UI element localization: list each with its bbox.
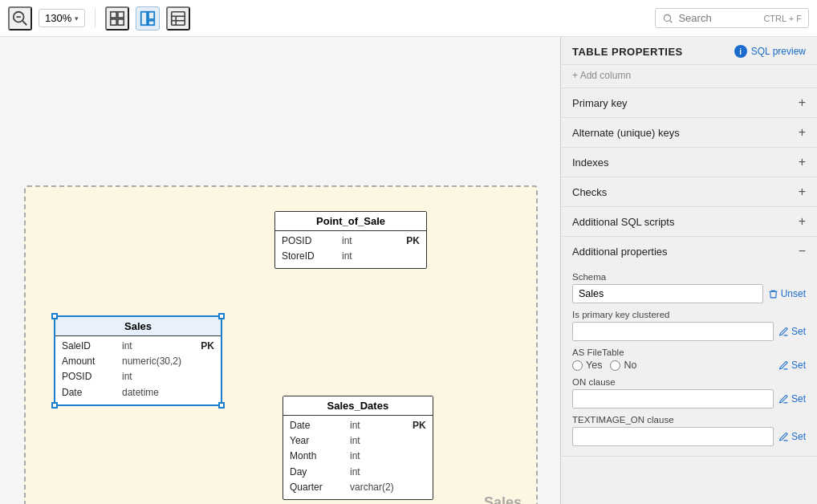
search-input[interactable] xyxy=(678,12,758,24)
textimage-row: Set xyxy=(572,427,806,446)
table-view-button[interactable] xyxy=(166,6,190,30)
handle-bl[interactable] xyxy=(51,402,58,408)
toolbar: 130% ▾ CTRL + F xyxy=(0,0,817,37)
section-title-indexes: Indexes xyxy=(572,156,609,169)
expand-icon-primary-key: + xyxy=(799,96,806,109)
table-header-point-of-sale: Point_of_Sale xyxy=(275,212,426,231)
group-label: Sales xyxy=(484,494,522,504)
search-icon xyxy=(662,13,673,24)
section-header-checks[interactable]: Checks + xyxy=(561,177,817,206)
as-filetable-label: AS FileTable xyxy=(572,348,806,357)
table-sales-dates[interactable]: Sales_Dates Date int PK Year int xyxy=(282,396,433,500)
search-shortcut: CTRL + F xyxy=(763,14,802,23)
section-title-checks: Checks xyxy=(572,186,607,198)
table-row: Date int PK xyxy=(290,418,426,433)
on-clause-set-label: Set xyxy=(791,393,806,404)
canvas[interactable]: Sales Point_of_Sale POSID int PK StoreID… xyxy=(0,37,560,504)
section-primary-key: Primary key + xyxy=(561,88,817,118)
pk-clustered-select[interactable]: Yes No xyxy=(572,322,774,341)
table-rows-point-of-sale: POSID int PK StoreID int xyxy=(275,231,426,268)
svg-rect-10 xyxy=(172,11,185,25)
yes-label: Yes xyxy=(586,360,602,371)
section-title-additional-sql: Additional SQL scripts xyxy=(572,216,674,228)
svg-rect-6 xyxy=(118,18,124,24)
connectors-svg xyxy=(26,187,266,307)
collapse-icon-additional-props: − xyxy=(799,245,806,258)
svg-rect-8 xyxy=(148,11,154,18)
svg-line-2 xyxy=(22,21,26,25)
toolbar-left: 130% ▾ xyxy=(8,6,648,30)
table-row: Quarter varchar(2) xyxy=(290,480,426,495)
section-header-primary-key[interactable]: Primary key + xyxy=(561,88,817,117)
table-sales[interactable]: Sales SaleID int PK Amount numeric(30,2) xyxy=(54,315,222,406)
set-icon-4 xyxy=(778,432,789,442)
no-radio[interactable] xyxy=(610,360,620,371)
table-rows-sales-dates: Date int PK Year int Month int xyxy=(283,416,433,499)
zoom-chevron: ▾ xyxy=(75,14,79,22)
textimage-set-label: Set xyxy=(791,431,806,442)
table-row: POSID int PK xyxy=(282,234,420,249)
set-icon-2 xyxy=(778,360,789,371)
panel-header: TABLE PROPERTIES i SQL preview xyxy=(561,37,817,65)
table-row: Date datetime xyxy=(62,385,214,400)
section-additional-sql: Additional SQL scripts + xyxy=(561,207,817,237)
svg-rect-5 xyxy=(111,18,116,24)
no-label: No xyxy=(624,360,636,371)
section-alternate-keys: Alternate (unique) keys + xyxy=(561,118,817,148)
textimage-input[interactable] xyxy=(572,427,774,446)
section-title-alternate-keys: Alternate (unique) keys xyxy=(572,127,680,139)
table-row: Year int xyxy=(290,433,426,449)
table-row: StoreID int xyxy=(282,249,420,264)
schema-row: Unset xyxy=(572,284,806,303)
on-clause-set-button[interactable]: Set xyxy=(778,393,806,404)
section-header-additional-sql[interactable]: Additional SQL scripts + xyxy=(561,207,817,236)
info-icon: i xyxy=(734,45,747,58)
as-filetable-set-label: Set xyxy=(791,360,806,371)
expand-icon-alternate-keys: + xyxy=(799,126,806,139)
handle-br[interactable] xyxy=(218,402,225,408)
unset-icon xyxy=(768,289,778,299)
textimage-set-button[interactable]: Set xyxy=(778,431,806,442)
svg-rect-7 xyxy=(141,11,147,25)
on-clause-input[interactable] xyxy=(572,389,774,408)
additional-props-body: Schema Unset Is primary key clustered Ye… xyxy=(561,266,817,456)
zoom-out-button[interactable] xyxy=(8,6,32,30)
section-title-additional-props: Additional properties xyxy=(572,246,668,258)
set-icon-3 xyxy=(778,394,789,404)
search-area[interactable]: CTRL + F xyxy=(655,8,809,28)
layout-button[interactable] xyxy=(136,6,160,30)
grid-toggle-button[interactable] xyxy=(105,6,129,30)
svg-rect-4 xyxy=(118,11,124,17)
zoom-control[interactable]: 130% ▾ xyxy=(39,9,85,27)
section-additional-props: Additional properties − Schema Unset Is … xyxy=(561,237,817,457)
pk-clustered-set-button[interactable]: Set xyxy=(778,326,806,337)
divider-1 xyxy=(95,9,96,28)
yes-radio-label[interactable]: Yes xyxy=(572,360,602,371)
table-row: POSID int xyxy=(62,369,214,384)
handle-tl[interactable] xyxy=(51,313,58,319)
schema-unset-label: Unset xyxy=(781,288,806,299)
no-radio-label[interactable]: No xyxy=(610,360,636,371)
section-header-indexes[interactable]: Indexes + xyxy=(561,148,817,177)
svg-rect-3 xyxy=(111,11,116,17)
section-header-alternate-keys[interactable]: Alternate (unique) keys + xyxy=(561,118,817,147)
handle-tr[interactable] xyxy=(218,313,225,319)
as-filetable-set-button[interactable]: Set xyxy=(778,360,806,371)
textimage-label: TEXTIMAGE_ON clause xyxy=(572,415,806,425)
pk-clustered-set-label: Set xyxy=(791,326,806,337)
on-clause-label: ON clause xyxy=(572,377,806,387)
schema-unset-button[interactable]: Unset xyxy=(768,288,806,299)
sql-preview-label: SQL preview xyxy=(751,46,806,57)
svg-rect-9 xyxy=(148,20,154,25)
table-point-of-sale[interactable]: Point_of_Sale POSID int PK StoreID int xyxy=(274,211,427,269)
add-column-button[interactable]: + Add column xyxy=(561,65,817,88)
schema-input[interactable] xyxy=(572,284,763,303)
yes-radio[interactable] xyxy=(572,360,583,371)
table-row: Day int xyxy=(290,465,426,480)
on-clause-row: Set xyxy=(572,389,806,408)
expand-icon-additional-sql: + xyxy=(799,215,806,228)
svg-point-14 xyxy=(665,14,671,21)
section-header-additional-props[interactable]: Additional properties − xyxy=(561,237,817,266)
sql-preview-button[interactable]: i SQL preview xyxy=(734,45,806,58)
table-rows-sales: SaleID int PK Amount numeric(30,2) POSID… xyxy=(55,336,221,404)
